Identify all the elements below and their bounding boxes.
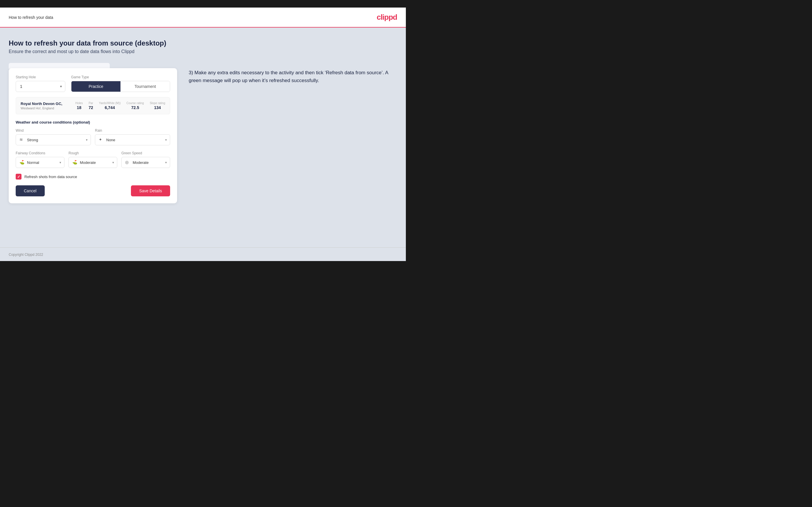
- fairway-label: Fairway Conditions: [16, 151, 64, 155]
- yards-label: Yards/White (M)): [99, 102, 121, 105]
- cancel-button[interactable]: Cancel: [16, 185, 45, 196]
- rain-select[interactable]: None Light Heavy: [106, 138, 166, 142]
- rain-label: Rain: [95, 128, 170, 132]
- starting-hole-label: Starting Hole: [16, 75, 65, 79]
- green-speed-label: Green Speed: [121, 151, 170, 155]
- info-panel: 3) Make any extra edits necessary to the…: [189, 63, 397, 90]
- conditions-heading: Weather and course conditions (optional): [16, 120, 170, 124]
- green-speed-select[interactable]: Moderate Slow Fast: [133, 160, 166, 165]
- course-row: Royal North Devon GC, Westward Ho!, Engl…: [16, 97, 170, 114]
- holes-value: 18: [75, 105, 83, 110]
- game-type-toggle: Practice Tournament: [71, 81, 170, 92]
- practice-button[interactable]: Practice: [71, 81, 121, 92]
- rain-icon: ✦: [99, 137, 104, 143]
- refresh-checkbox[interactable]: [16, 174, 21, 179]
- course-name-sub: Westward Ho!, England: [20, 106, 70, 110]
- holes-label: Holes: [75, 102, 83, 105]
- refresh-label: Refresh shots from data source: [24, 175, 77, 179]
- page-heading: How to refresh your data from source (de…: [9, 39, 397, 47]
- wind-label: Wind: [16, 128, 91, 132]
- slope-rating-label: Slope rating: [150, 102, 165, 105]
- course-name-main: Royal North Devon GC,: [20, 102, 70, 106]
- tournament-button[interactable]: Tournament: [120, 81, 170, 92]
- footer: Copyright Clippd 2022: [0, 247, 406, 261]
- course-rating-label: Course rating: [126, 102, 144, 105]
- page-breadcrumb: How to refresh your data: [9, 15, 53, 20]
- par-label: Par: [89, 102, 93, 105]
- game-type-label: Game Type: [71, 75, 170, 79]
- logo: clippd: [376, 13, 397, 22]
- fairway-icon: ⛳: [19, 160, 25, 165]
- page-subheading: Ensure the correct and most up to date d…: [9, 49, 397, 54]
- course-rating-value: 72.5: [126, 105, 144, 110]
- wind-icon: ≋: [19, 137, 25, 143]
- starting-hole-select[interactable]: 1 10: [16, 81, 65, 92]
- par-value: 72: [89, 105, 93, 110]
- fairway-select[interactable]: Normal Soft Hard: [27, 160, 61, 165]
- wind-select[interactable]: Strong Moderate Light None: [27, 138, 87, 142]
- green-speed-icon: ◎: [125, 160, 130, 165]
- slope-rating-value: 134: [150, 105, 165, 110]
- copyright-text: Copyright Clippd 2022: [9, 252, 43, 257]
- rough-select[interactable]: Moderate Light Heavy: [80, 160, 113, 165]
- rough-icon: ⛳: [72, 160, 78, 165]
- save-details-button[interactable]: Save Details: [131, 185, 170, 196]
- yards-value: 6,744: [99, 105, 121, 110]
- form-panel: Starting Hole 1 10 Game Type Practice: [9, 68, 177, 203]
- rough-label: Rough: [68, 151, 117, 155]
- info-text: 3) Make any extra edits necessary to the…: [189, 69, 397, 84]
